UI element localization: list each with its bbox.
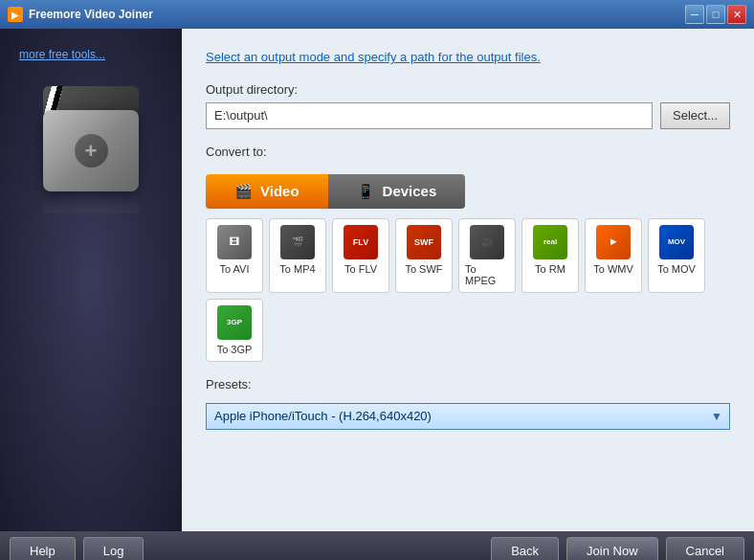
format-tabs: 🎬 Video 📱 Devices [206, 174, 730, 209]
bottom-bar: Help Log Back Join Now Cancel [0, 531, 754, 560]
mp4-icon: 🎬 [280, 225, 315, 259]
video-tab-label: Video [260, 183, 299, 199]
output-dir-section: Output directory: Select... [206, 82, 730, 129]
app-logo: + [38, 86, 144, 191]
presets-label: Presets: [206, 377, 730, 392]
mpeg-label: To MPEG [465, 263, 509, 286]
main-content: Select an output mode and specify a path… [182, 29, 754, 531]
rm-label: To RM [535, 263, 566, 275]
tab-video[interactable]: 🎬 Video [206, 174, 328, 209]
format-wmv[interactable]: ▶ To WMV [585, 218, 642, 293]
log-button[interactable]: Log [83, 537, 144, 560]
3gp-label: To 3GP [217, 344, 253, 355]
formats-grid: 🎞 To AVI 🎬 To MP4 FLV To FLV SWF To SWF … [206, 218, 730, 362]
presets-section: Presets: Apple iPhone/iTouch - (H.264,64… [206, 377, 730, 430]
window-body: more free tools... + Select an output mo… [0, 29, 754, 531]
close-button[interactable]: ✕ [727, 5, 746, 24]
maximize-button[interactable]: □ [706, 5, 725, 24]
help-button[interactable]: Help [10, 537, 76, 560]
cancel-button[interactable]: Cancel [666, 537, 744, 560]
plus-icon: + [75, 134, 108, 168]
window-title: Freemore Video Joiner [29, 8, 679, 21]
title-bar: ▶ Freemore Video Joiner ─ □ ✕ [0, 0, 754, 29]
instruction-static: Select an output mode and specify a path… [206, 50, 477, 64]
preset-dropdown[interactable]: Apple iPhone/iTouch - (H.264,640x420) Ap… [206, 403, 730, 430]
wmv-label: To WMV [593, 263, 633, 275]
back-button[interactable]: Back [491, 537, 559, 560]
avi-label: To AVI [220, 263, 250, 275]
format-rm[interactable]: real To RM [521, 218, 579, 293]
wmv-icon: ▶ [596, 225, 631, 259]
format-swf[interactable]: SWF To SWF [395, 218, 453, 293]
convert-to-label: Convert to: [206, 145, 730, 159]
mp4-label: To MP4 [279, 263, 315, 275]
instruction-link[interactable]: output files. [477, 50, 541, 64]
format-mov[interactable]: MOV To MOV [648, 218, 705, 293]
select-button[interactable]: Select... [660, 102, 730, 129]
convert-section: Convert to: 🎬 Video 📱 Devices 🎞 To AVI [206, 145, 730, 362]
clapper-body: + [43, 110, 139, 191]
window-controls: ─ □ ✕ [685, 5, 746, 24]
dir-row: Select... [206, 102, 730, 129]
mov-label: To MOV [657, 263, 696, 275]
join-now-button[interactable]: Join Now [566, 537, 657, 560]
app-icon: ▶ [8, 7, 23, 22]
clapper-reflection [43, 198, 139, 213]
output-dir-input[interactable] [206, 102, 653, 129]
devices-tab-icon: 📱 [357, 183, 375, 200]
format-flv[interactable]: FLV To FLV [332, 218, 389, 293]
devices-tab-label: Devices [383, 183, 437, 199]
clapper-top [43, 86, 139, 113]
more-tools-link[interactable]: more free tools... [19, 48, 105, 61]
avi-icon: 🎞 [217, 225, 252, 259]
rm-icon: real [533, 225, 567, 259]
video-tab-icon: 🎬 [234, 183, 253, 200]
mov-icon: MOV [659, 225, 694, 259]
minimize-button[interactable]: ─ [685, 5, 704, 24]
format-mpeg[interactable]: 🎥 To MPEG [458, 218, 516, 293]
swf-icon: SWF [407, 225, 441, 259]
flv-icon: FLV [344, 225, 378, 259]
format-3gp[interactable]: 3GP To 3GP [206, 299, 263, 362]
clapper-stripe [44, 86, 63, 113]
mpeg-icon: 🎥 [470, 225, 504, 259]
format-mp4[interactable]: 🎬 To MP4 [269, 218, 326, 293]
output-dir-label: Output directory: [206, 82, 730, 97]
instruction-text: Select an output mode and specify a path… [206, 48, 730, 67]
swf-label: To SWF [405, 263, 442, 275]
tab-devices[interactable]: 📱 Devices [328, 174, 466, 209]
sidebar: more free tools... + [0, 29, 182, 531]
preset-wrapper: Apple iPhone/iTouch - (H.264,640x420) Ap… [206, 403, 730, 430]
format-avi[interactable]: 🎞 To AVI [206, 218, 263, 293]
flv-label: To FLV [344, 263, 377, 275]
3gp-icon: 3GP [217, 305, 252, 340]
